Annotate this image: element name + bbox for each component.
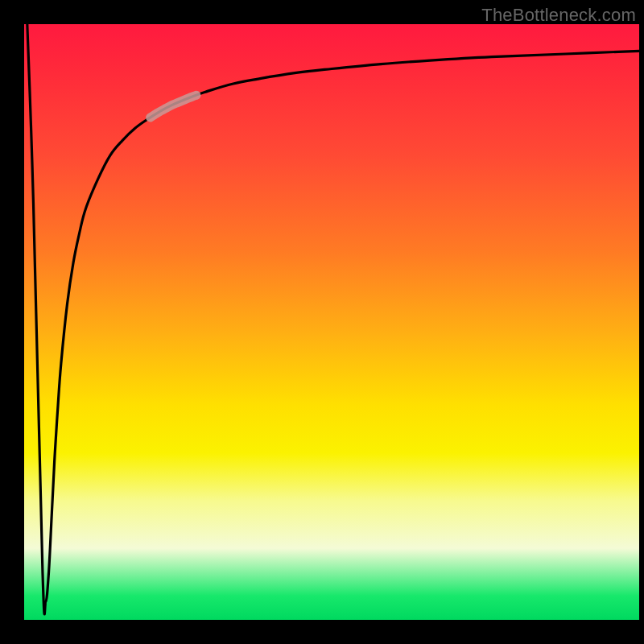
curve-layer [24, 24, 639, 620]
attribution-label: TheBottleneck.com [481, 5, 636, 26]
chart-root: TheBottleneck.com [0, 0, 644, 644]
bottleneck-curve [27, 24, 639, 614]
plot-area [24, 24, 639, 620]
curve-highlight-segment [151, 95, 196, 118]
